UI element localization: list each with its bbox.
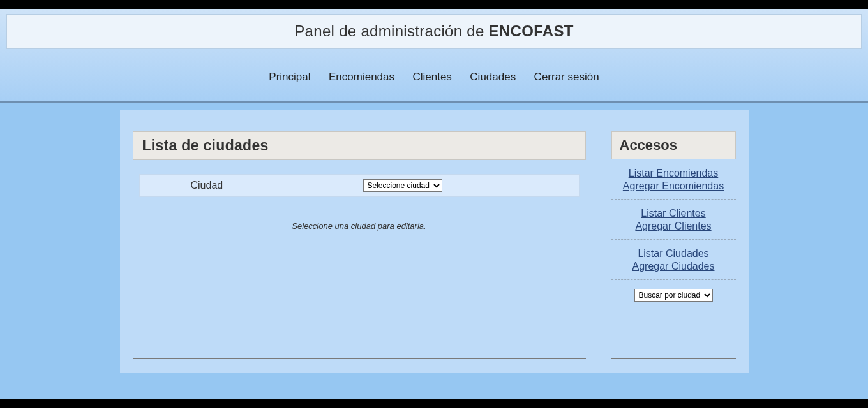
sidebar-title: Accesos: [611, 131, 736, 159]
nav-ciudades[interactable]: Ciudades: [470, 71, 516, 84]
title-prefix: Panel de administración de: [294, 22, 488, 40]
city-field-row: Ciudad Seleccione ciudad: [139, 174, 580, 197]
link-listar-clientes[interactable]: Listar Clientes: [611, 207, 736, 220]
link-listar-ciudades[interactable]: Listar Ciudades: [611, 247, 736, 260]
title-brand: ENCOFAST: [489, 22, 574, 40]
link-agregar-ciudades[interactable]: Agregar Ciudades: [611, 260, 736, 273]
search-city-select[interactable]: Buscar por ciudad: [634, 289, 713, 302]
nav-encomiendas[interactable]: Encomiendas: [329, 71, 394, 84]
helper-text: Seleccione una ciudad para editarla.: [133, 221, 586, 231]
sidebar-search: Buscar por ciudad: [611, 280, 736, 302]
main-column: Lista de ciudades Ciudad Seleccione ciud…: [133, 122, 586, 359]
city-label: Ciudad: [146, 180, 363, 191]
page-title: Lista de ciudades: [133, 131, 586, 160]
sidebar-group-clientes: Listar Clientes Agregar Clientes: [611, 200, 736, 240]
title-bar: Panel de administración de ENCOFAST: [6, 14, 862, 49]
nav-principal[interactable]: Principal: [269, 71, 310, 84]
page: Panel de administración de ENCOFAST Prin…: [0, 9, 868, 399]
link-listar-encomiendas[interactable]: Listar Encomiendas: [611, 167, 736, 180]
city-select[interactable]: Seleccione ciudad: [363, 179, 442, 192]
link-agregar-encomiendas[interactable]: Agregar Encomiendas: [611, 180, 736, 193]
content: Lista de ciudades Ciudad Seleccione ciud…: [120, 110, 749, 373]
header: Panel de administración de ENCOFAST Prin…: [0, 9, 868, 103]
main-nav: Principal Encomiendas Clientes Ciudades …: [6, 49, 862, 101]
window-bottombar: [0, 399, 868, 408]
city-select-wrap: Seleccione ciudad: [363, 179, 442, 192]
window-topbar: [0, 0, 868, 9]
nav-clientes[interactable]: Clientes: [412, 71, 451, 84]
sidebar-group-ciudades: Listar Ciudades Agregar Ciudades: [611, 240, 736, 280]
sidebar: Accesos Listar Encomiendas Agregar Encom…: [611, 122, 736, 359]
nav-cerrar-sesion[interactable]: Cerrar sesión: [534, 71, 599, 84]
link-agregar-clientes[interactable]: Agregar Clientes: [611, 220, 736, 233]
sidebar-group-encomiendas: Listar Encomiendas Agregar Encomiendas: [611, 159, 736, 200]
